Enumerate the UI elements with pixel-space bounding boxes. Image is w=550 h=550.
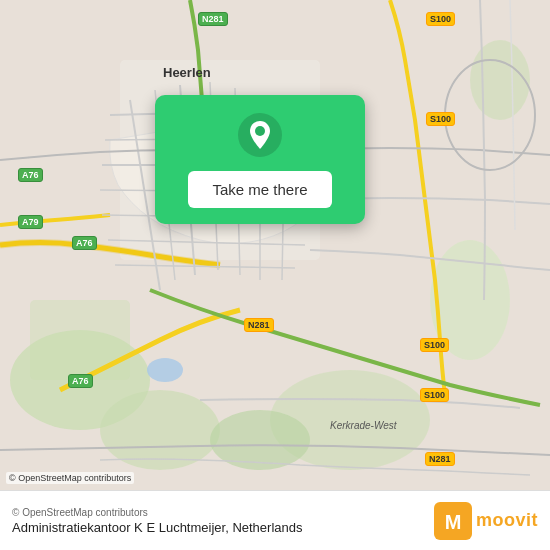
svg-point-5 [470,40,530,120]
road-label-n281-far: N281 [425,452,455,466]
area-label: Kerkrade-West [330,420,397,431]
svg-point-26 [255,126,265,136]
moovit-logo: M moovit [434,502,538,540]
road-label-a76-3: A76 [68,374,93,388]
location-pin-icon [238,113,282,157]
road-label-a76-2: A76 [72,236,97,250]
map-container: Heerlen Kerkrade-West N281 S100 S100 A76… [0,0,550,490]
location-name: Administratiekantoor K E Luchtmeijer, Ne… [12,520,302,535]
road-label-s100-1: S100 [426,12,455,26]
road-label-n281-bottom: N281 [244,318,274,332]
svg-point-8 [147,358,183,382]
svg-text:M: M [445,511,462,533]
road-label-a79: A79 [18,215,43,229]
take-me-there-button[interactable]: Take me there [188,171,331,208]
road-label-s100-3: S100 [420,338,449,352]
moovit-icon: M [434,502,472,540]
city-label: Heerlen [163,65,211,80]
moovit-text: moovit [476,510,538,531]
bottom-bar: © OpenStreetMap contributors Administrat… [0,490,550,550]
location-card: Take me there [155,95,365,224]
road-label-n281-top: N281 [198,12,228,26]
map-attribution: © OpenStreetMap contributors [6,472,134,484]
road-label-s100-4: S100 [420,388,449,402]
osm-credit: © OpenStreetMap contributors [12,507,302,518]
road-label-a76-1: A76 [18,168,43,182]
bottom-left: © OpenStreetMap contributors Administrat… [12,507,302,535]
svg-rect-6 [30,300,130,380]
road-label-s100-2: S100 [426,112,455,126]
svg-point-2 [100,390,220,470]
